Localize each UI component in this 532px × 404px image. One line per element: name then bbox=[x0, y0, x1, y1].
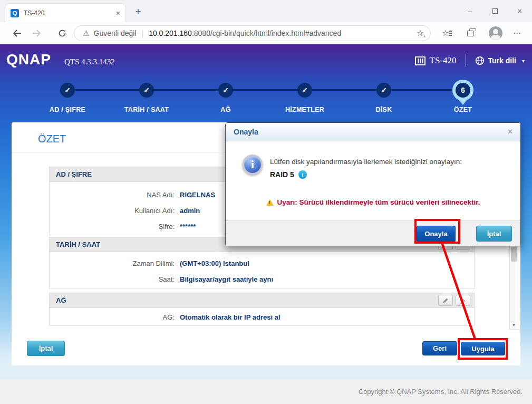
section-title: AD / ŞIFRE bbox=[56, 170, 92, 178]
row-value: admin bbox=[180, 207, 200, 215]
row-value: Bilgisayar/aygıt saatiyle aynı bbox=[180, 275, 273, 283]
forward-button[interactable] bbox=[31, 27, 43, 39]
info-icon: i bbox=[243, 155, 263, 175]
collections-icon bbox=[467, 31, 474, 36]
qnap-favicon-icon: Q bbox=[11, 9, 19, 17]
summary-row: AĞ: Otomatik olarak bir IP adresi al bbox=[50, 309, 474, 325]
window-maximize-button[interactable] bbox=[482, 0, 507, 22]
row-value: Otomatik olarak bir IP adresi al bbox=[180, 313, 280, 321]
dialog-titlebar: Onayla × bbox=[226, 123, 520, 141]
refresh-button[interactable] bbox=[56, 27, 69, 39]
browser-tab[interactable]: Q TS-420 × bbox=[5, 4, 125, 22]
page-title: ÖZET bbox=[38, 133, 66, 145]
url-separator: | bbox=[142, 29, 144, 37]
summary-row: Saat: Bilgisayar/aygıt saatiyle aynı bbox=[50, 271, 474, 287]
url-host: 10.0.201.160 bbox=[149, 29, 192, 37]
window-close-button[interactable]: × bbox=[507, 0, 532, 22]
check-icon: ✓ bbox=[376, 83, 391, 98]
back-step-button[interactable]: Geri bbox=[422, 341, 457, 355]
collections-button[interactable] bbox=[463, 26, 477, 40]
page-footer: Copyright © QNAP Systems, Inc. All Right… bbox=[0, 379, 532, 404]
bookmark-star-icon[interactable]: ☆+ bbox=[417, 29, 424, 37]
row-value: (GMT+03:00) Istanbul bbox=[180, 259, 249, 267]
header-divider bbox=[466, 54, 466, 67]
step-label: AD / ŞIFRE bbox=[31, 106, 104, 113]
row-label: Saat: bbox=[50, 275, 175, 283]
screen: Q TS-420 × + – × ⚠ Güvenli değil | 10.0.… bbox=[0, 0, 532, 404]
browser-menu-button[interactable]: ⋯ bbox=[510, 26, 524, 40]
row-value: RIGELNAS bbox=[180, 191, 215, 199]
browser-tabstrip: Q TS-420 × + – × bbox=[0, 0, 532, 22]
annotation-box-apply bbox=[458, 338, 508, 360]
raid-info-icon[interactable]: i bbox=[298, 170, 307, 179]
security-label[interactable]: Güvenli değil bbox=[94, 29, 137, 37]
step-label: TARİH / SAAT bbox=[110, 106, 183, 113]
row-label: Şifre: bbox=[50, 223, 175, 230]
url-path: :8080/cgi-bin/quick/html/index.html#adva… bbox=[192, 29, 341, 37]
profile-avatar[interactable] bbox=[489, 26, 502, 40]
section-title: TARİH / SAAT bbox=[56, 241, 100, 248]
globe-icon bbox=[475, 56, 485, 65]
scrollbar-down-arrow[interactable]: ▾ bbox=[510, 321, 518, 329]
address-bar[interactable]: ⚠ Güvenli değil | 10.0.201.160 :8080/cgi… bbox=[74, 25, 431, 41]
step-label: ÖZET bbox=[426, 106, 500, 113]
raid-value: RAID 5 bbox=[270, 170, 294, 179]
tab-title: TS-420 bbox=[24, 9, 116, 17]
nas-device-icon bbox=[415, 56, 425, 65]
wizard-step-name-password: ✓ AD / ŞIFRE bbox=[31, 83, 104, 113]
dialog-footer: Onayla İptal bbox=[226, 220, 520, 246]
window-controls: – × bbox=[458, 0, 532, 22]
section-network: AĞ AĞ: Otomatik olarak bir IP adresi al bbox=[49, 293, 475, 326]
check-icon: ✓ bbox=[218, 83, 233, 98]
device-name: TS-420 bbox=[430, 55, 457, 66]
dialog-warning-row: Uyarı: Sürücü ilklendirmeyle tüm sürücü … bbox=[226, 198, 520, 206]
step-label: DİSK bbox=[347, 106, 421, 113]
favorites-bar-button[interactable]: ☆ bbox=[439, 26, 452, 40]
confirm-dialog: Onayla × i Lütfen disk yapılandırmasıyla… bbox=[225, 122, 521, 246]
warning-triangle-icon bbox=[266, 199, 274, 206]
qts-version: QTS 4.3.3.1432 bbox=[64, 57, 115, 66]
wizard-step-summary-current: 6 ÖZET bbox=[426, 80, 500, 113]
wizard-step-date-time: ✓ TARİH / SAAT bbox=[110, 83, 183, 113]
back-button[interactable] bbox=[11, 27, 23, 39]
raid-value-row: RAID 5 i bbox=[270, 170, 307, 179]
dialog-message: Lütfen disk yapılandırmasıyla ilerlemek … bbox=[270, 158, 462, 166]
wizard-step-network: ✓ AĞ bbox=[189, 83, 263, 113]
row-value: ****** bbox=[180, 223, 196, 230]
cancel-button[interactable]: İptal bbox=[27, 341, 65, 356]
row-label: AĞ: bbox=[50, 313, 175, 321]
language-selector[interactable]: Turk dili bbox=[488, 56, 516, 65]
warning-text: Uyarı: Sürücü ilklendirmeyle tüm sürücü … bbox=[277, 198, 480, 206]
not-secure-warning-icon: ⚠ bbox=[83, 29, 90, 37]
window-minimize-button[interactable]: – bbox=[458, 0, 482, 22]
row-label: Kullanıcı Adı: bbox=[50, 207, 175, 215]
check-icon: ✓ bbox=[60, 83, 75, 98]
step-label: AĞ bbox=[189, 106, 263, 113]
section-title: AĞ bbox=[56, 296, 66, 304]
step-label: HİZMETLER bbox=[268, 106, 342, 113]
scrollbar-thumb[interactable] bbox=[511, 247, 517, 262]
copyright-text: Copyright © QNAP Systems, Inc. All Right… bbox=[359, 388, 523, 396]
favorites-lines-icon bbox=[449, 31, 452, 32]
dialog-close-icon[interactable]: × bbox=[508, 128, 512, 136]
new-tab-button[interactable]: + bbox=[132, 5, 144, 18]
row-label: NAS Adı: bbox=[50, 191, 175, 199]
header-right: TS-420 Turk dili ▾ bbox=[415, 54, 525, 67]
collapse-button[interactable] bbox=[456, 295, 470, 306]
wizard-step-disk: ✓ DİSK bbox=[347, 83, 421, 113]
annotation-box-confirm bbox=[414, 219, 460, 244]
check-icon: ✓ bbox=[139, 83, 154, 98]
maximize-icon bbox=[492, 8, 498, 14]
step-number: 6 bbox=[456, 83, 470, 98]
summary-row: Zaman Dilimi: (GMT+03:00) Istanbul bbox=[50, 255, 474, 271]
tab-close-icon[interactable]: × bbox=[116, 9, 120, 17]
qnap-logo: QNAP bbox=[6, 51, 51, 68]
wizard-step-services: ✓ HİZMETLER bbox=[268, 83, 342, 113]
current-step-pin: 6 bbox=[452, 80, 473, 101]
edit-button[interactable] bbox=[438, 295, 453, 306]
dialog-cancel-button[interactable]: İptal bbox=[476, 226, 512, 242]
row-label: Zaman Dilimi: bbox=[50, 259, 175, 267]
language-caret-icon[interactable]: ▾ bbox=[522, 58, 525, 64]
dialog-title: Onayla bbox=[234, 128, 508, 136]
check-icon: ✓ bbox=[297, 83, 312, 98]
